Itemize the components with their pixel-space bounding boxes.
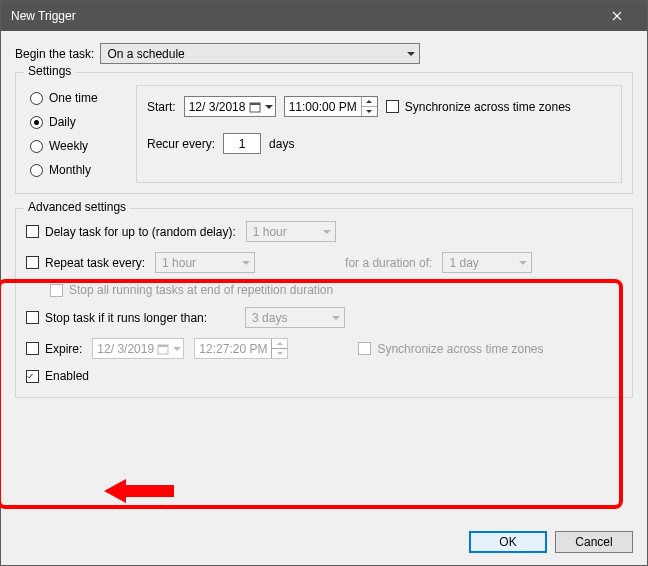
annotation-arrow bbox=[104, 476, 174, 506]
radio-one-time[interactable]: One time bbox=[30, 91, 122, 105]
stop-if-longer-checkbox[interactable]: Stop task if it runs longer than: bbox=[26, 311, 207, 325]
repeat-interval-combo[interactable]: 1 hour bbox=[155, 252, 255, 273]
advanced-legend: Advanced settings bbox=[24, 200, 130, 214]
svg-rect-3 bbox=[158, 345, 168, 347]
chevron-down-icon bbox=[242, 261, 250, 265]
time-spinner[interactable] bbox=[361, 97, 377, 116]
chevron-down-icon bbox=[323, 230, 331, 234]
enabled-checkbox[interactable]: Enabled bbox=[26, 369, 89, 383]
ok-button[interactable]: OK bbox=[469, 531, 547, 553]
time-spinner[interactable] bbox=[271, 339, 287, 358]
start-time-field[interactable]: 11:00:00 PM bbox=[284, 96, 378, 117]
radio-daily[interactable]: Daily bbox=[30, 115, 122, 129]
expire-sync-tz-checkbox: Synchronize across time zones bbox=[358, 342, 543, 356]
repeat-duration-label: for a duration of: bbox=[345, 256, 432, 270]
expire-time-field[interactable]: 12:27:20 PM bbox=[194, 338, 288, 359]
svg-marker-4 bbox=[104, 479, 174, 503]
delay-task-checkbox[interactable]: Delay task for up to (random delay): bbox=[26, 225, 236, 239]
close-button[interactable] bbox=[597, 1, 637, 31]
chevron-down-icon bbox=[407, 52, 415, 56]
close-icon bbox=[612, 11, 622, 21]
radio-monthly[interactable]: Monthly bbox=[30, 163, 122, 177]
new-trigger-dialog: New Trigger Begin the task: On a schedul… bbox=[0, 0, 648, 566]
start-label: Start: bbox=[147, 100, 176, 114]
calendar-icon bbox=[247, 99, 263, 115]
chevron-down-icon bbox=[173, 347, 181, 351]
recur-unit: days bbox=[269, 137, 294, 151]
begin-task-label: Begin the task: bbox=[15, 47, 94, 61]
cancel-button[interactable]: Cancel bbox=[555, 531, 633, 553]
chevron-down-icon bbox=[519, 261, 527, 265]
start-date-field[interactable]: 12/ 3/2018 bbox=[184, 96, 276, 117]
chevron-down-icon bbox=[265, 105, 273, 109]
settings-group: Settings One time Daily Weekly Monthly bbox=[15, 72, 633, 194]
begin-task-combo[interactable]: On a schedule bbox=[100, 43, 420, 64]
radio-weekly[interactable]: Weekly bbox=[30, 139, 122, 153]
calendar-icon bbox=[155, 341, 171, 357]
expire-checkbox[interactable]: Expire: bbox=[26, 342, 82, 356]
delay-task-combo[interactable]: 1 hour bbox=[246, 221, 336, 242]
stop-if-longer-combo[interactable]: 3 days bbox=[245, 307, 345, 328]
chevron-down-icon bbox=[332, 316, 340, 320]
advanced-settings-group: Advanced settings Delay task for up to (… bbox=[15, 208, 633, 398]
recur-label: Recur every: bbox=[147, 137, 215, 151]
repeat-task-checkbox[interactable]: Repeat task every: bbox=[26, 256, 145, 270]
settings-legend: Settings bbox=[24, 64, 75, 78]
check-icon bbox=[27, 371, 33, 382]
window-title: New Trigger bbox=[11, 9, 597, 23]
titlebar: New Trigger bbox=[1, 1, 647, 31]
sync-timezones-checkbox[interactable]: Synchronize across time zones bbox=[386, 100, 571, 114]
expire-date-field[interactable]: 12/ 3/2019 bbox=[92, 338, 184, 359]
repeat-duration-combo[interactable]: 1 day bbox=[442, 252, 532, 273]
svg-rect-1 bbox=[250, 103, 260, 105]
recur-value-field[interactable]: 1 bbox=[223, 133, 261, 154]
stop-all-tasks-checkbox: Stop all running tasks at end of repetit… bbox=[50, 283, 333, 297]
